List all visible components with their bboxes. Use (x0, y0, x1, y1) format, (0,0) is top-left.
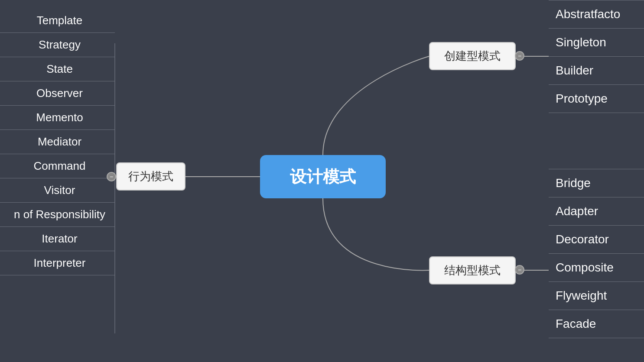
list-item: Builder (549, 57, 644, 85)
list-item: Composite (549, 254, 644, 282)
collapse-structural-button[interactable] (515, 265, 524, 275)
mind-map: Template Strategy State Observer Memento… (0, 0, 644, 362)
list-item: Adapter (549, 197, 644, 226)
structural-node[interactable]: 结构型模式 (429, 256, 516, 284)
creational-items-list: Abstratfacto Singleton Builder Prototype (549, 0, 644, 113)
list-item: Template (0, 9, 115, 33)
list-item: Decorator (549, 226, 644, 254)
behavior-node[interactable]: 行为模式 (116, 162, 185, 191)
list-item: State (0, 57, 115, 81)
list-item: n of Responsibility (0, 203, 115, 227)
list-item: Singleton (549, 29, 644, 57)
list-item: Memento (0, 106, 115, 130)
list-item: Mediator (0, 130, 115, 154)
list-item: Abstratfacto (549, 0, 644, 29)
list-item: Command (0, 154, 115, 178)
center-node[interactable]: 设计模式 (260, 155, 386, 198)
list-item: Flyweight (549, 282, 644, 310)
list-item: Interpreter (0, 251, 115, 275)
structural-items-list: Bridge Adapter Decorator Composite Flywe… (549, 169, 644, 338)
creational-node[interactable]: 创建型模式 (429, 42, 516, 70)
behavior-items-list: Template Strategy State Observer Memento… (0, 0, 115, 362)
list-item: Visitor (0, 178, 115, 203)
list-item: Prototype (549, 85, 644, 113)
collapse-behavior-button[interactable] (107, 172, 116, 181)
list-item: Bridge (549, 169, 644, 197)
list-item: Observer (0, 81, 115, 106)
list-item: Facade (549, 310, 644, 338)
list-item: Strategy (0, 33, 115, 57)
collapse-creational-button[interactable] (515, 51, 524, 61)
list-item: Iterator (0, 227, 115, 251)
